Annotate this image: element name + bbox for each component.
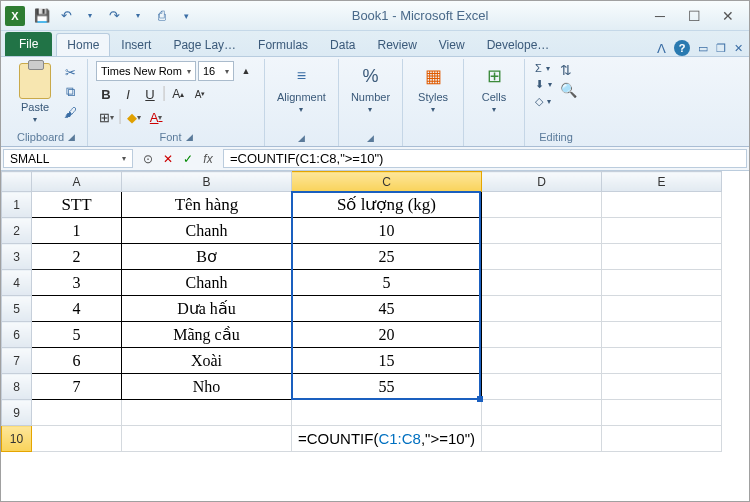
alignment-dialog-launcher[interactable]: ◢ — [298, 133, 305, 143]
row-header-3[interactable]: 3 — [2, 244, 32, 270]
col-header-C[interactable]: C — [292, 172, 482, 192]
qat-undo[interactable]: ↶ — [55, 5, 77, 27]
worksheet-grid[interactable]: ABCDE1STTTên hàngSố lượng (kg)21Chanh103… — [1, 171, 749, 501]
tab-formulas[interactable]: Formulas — [247, 33, 319, 56]
row-header-2[interactable]: 2 — [2, 218, 32, 244]
cell-A2[interactable]: 1 — [32, 218, 122, 244]
tab-file[interactable]: File — [5, 32, 52, 56]
cell-D9[interactable] — [481, 400, 601, 426]
cell-A4[interactable]: 3 — [32, 270, 122, 296]
cell-C6[interactable]: 20 — [292, 322, 482, 348]
fill-color-button[interactable]: ◆▾ — [124, 107, 144, 127]
col-header-B[interactable]: B — [122, 172, 292, 192]
cell-C9[interactable] — [292, 400, 482, 426]
cell-D4[interactable] — [481, 270, 601, 296]
cell-E4[interactable] — [601, 270, 721, 296]
cell-A10[interactable] — [32, 426, 122, 452]
format-painter-button[interactable]: 🖌 — [61, 103, 79, 121]
borders-button[interactable]: ⊞▾ — [96, 107, 116, 127]
cell-B5[interactable]: Dưa hấu — [122, 296, 292, 322]
row-header-5[interactable]: 5 — [2, 296, 32, 322]
cell-E6[interactable] — [601, 322, 721, 348]
cell-B8[interactable]: Nho — [122, 374, 292, 400]
qat-undo-more[interactable]: ▾ — [79, 5, 101, 27]
tab-data[interactable]: Data — [319, 33, 366, 56]
font-size-combo[interactable]: 16▾ — [198, 61, 234, 81]
cell-D1[interactable] — [481, 192, 601, 218]
font-dialog-launcher[interactable]: ◢ — [186, 132, 193, 142]
cell-D5[interactable] — [481, 296, 601, 322]
cell-A8[interactable]: 7 — [32, 374, 122, 400]
clear-button[interactable]: ◇▾ — [533, 94, 554, 109]
cell-A1[interactable]: STT — [32, 192, 122, 218]
qat-redo[interactable]: ↷ — [103, 5, 125, 27]
tab-developer[interactable]: Develope… — [476, 33, 561, 56]
autosum-button[interactable]: Σ▾ — [533, 61, 554, 75]
qat-print[interactable]: ⎙ — [151, 5, 173, 27]
cell-E1[interactable] — [601, 192, 721, 218]
cell-E5[interactable] — [601, 296, 721, 322]
number-dialog-launcher[interactable]: ◢ — [367, 133, 374, 143]
sort-filter-button[interactable]: ⇅ — [558, 61, 579, 79]
enter-button[interactable]: ✓ — [179, 152, 197, 166]
cell-C3[interactable]: 25 — [292, 244, 482, 270]
underline-button[interactable]: U — [140, 84, 160, 104]
col-header-A[interactable]: A — [32, 172, 122, 192]
row-header-8[interactable]: 8 — [2, 374, 32, 400]
cell-D6[interactable] — [481, 322, 601, 348]
qat-redo-more[interactable]: ▾ — [127, 5, 149, 27]
italic-button[interactable]: I — [118, 84, 138, 104]
clipboard-dialog-launcher[interactable]: ◢ — [68, 132, 75, 142]
restore-workbook-icon[interactable]: ▭ — [698, 42, 708, 55]
cell-D2[interactable] — [481, 218, 601, 244]
cell-B4[interactable]: Chanh — [122, 270, 292, 296]
cell-C2[interactable]: 10 — [292, 218, 482, 244]
cell-E8[interactable] — [601, 374, 721, 400]
namebox-expand[interactable]: ⊙ — [139, 152, 157, 166]
fill-button[interactable]: ⬇▾ — [533, 77, 554, 92]
insert-function-button[interactable]: fx — [199, 152, 217, 166]
decrease-font-size-button[interactable]: A▾ — [190, 84, 210, 104]
qat-customize[interactable]: ▾ — [175, 5, 197, 27]
bold-button[interactable]: B — [96, 84, 116, 104]
cell-E2[interactable] — [601, 218, 721, 244]
cell-C4[interactable]: 5 — [292, 270, 482, 296]
tab-view[interactable]: View — [428, 33, 476, 56]
cell-A9[interactable] — [32, 400, 122, 426]
select-all-button[interactable] — [2, 172, 32, 192]
cell-C7[interactable]: 15 — [292, 348, 482, 374]
cell-B9[interactable] — [122, 400, 292, 426]
row-header-6[interactable]: 6 — [2, 322, 32, 348]
tab-home[interactable]: Home — [56, 33, 110, 56]
cell-E7[interactable] — [601, 348, 721, 374]
help-icon[interactable]: ? — [674, 40, 690, 56]
col-header-E[interactable]: E — [601, 172, 721, 192]
font-color-button[interactable]: A▾ — [146, 107, 166, 127]
minimize-button[interactable]: ─ — [643, 5, 677, 27]
cell-A3[interactable]: 2 — [32, 244, 122, 270]
cell-C10[interactable]: =COUNTIF(C1:C8,">=10") — [292, 426, 482, 452]
row-header-9[interactable]: 9 — [2, 400, 32, 426]
cell-D7[interactable] — [481, 348, 601, 374]
cut-button[interactable]: ✂ — [61, 63, 79, 81]
cell-D8[interactable] — [481, 374, 601, 400]
cell-C8[interactable]: 55 — [292, 374, 482, 400]
qat-save[interactable]: 💾 — [31, 5, 53, 27]
mdi-maximize-icon[interactable]: ❐ — [716, 42, 726, 55]
copy-button[interactable]: ⧉ — [61, 83, 79, 101]
cell-A5[interactable]: 4 — [32, 296, 122, 322]
cell-B2[interactable]: Chanh — [122, 218, 292, 244]
alignment-button[interactable]: ≡ Alignment ▾ — [273, 61, 330, 116]
cell-E9[interactable] — [601, 400, 721, 426]
cell-D10[interactable] — [481, 426, 601, 452]
tab-page-layout[interactable]: Page Lay… — [162, 33, 247, 56]
paste-button[interactable]: Paste ▾ — [13, 61, 57, 126]
increase-font-size-button[interactable]: A▴ — [168, 84, 188, 104]
font-name-combo[interactable]: Times New Rom▾ — [96, 61, 196, 81]
cell-E10[interactable] — [601, 426, 721, 452]
cell-C1[interactable]: Số lượng (kg) — [292, 192, 482, 218]
row-header-10[interactable]: 10 — [2, 426, 32, 452]
mdi-close-icon[interactable]: ✕ — [734, 42, 743, 55]
cell-B3[interactable]: Bơ — [122, 244, 292, 270]
row-header-4[interactable]: 4 — [2, 270, 32, 296]
